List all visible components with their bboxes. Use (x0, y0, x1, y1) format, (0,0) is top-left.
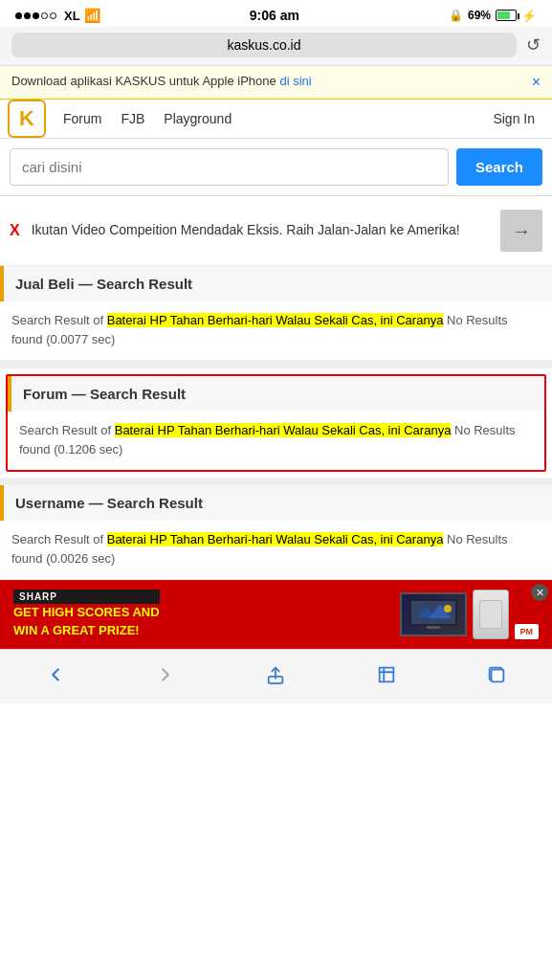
username-highlight: Baterai HP Tahan Berhari-hari Walau Seka… (107, 532, 444, 546)
ad-text: SHARP GET HIGH SCORES AND WIN A GREAT PR… (13, 590, 160, 638)
jual-beli-prefix: Search Result of (11, 313, 107, 327)
nav-bar: K Forum FJB Playground Sign In (0, 100, 552, 139)
dot4 (41, 12, 48, 19)
search-bar-container: Search (0, 139, 552, 196)
username-section: Username — Search Result Search Result o… (0, 485, 552, 580)
ad-logo-badge: PM (515, 624, 540, 639)
nav-forum[interactable]: Forum (54, 100, 111, 138)
battery-indicator (496, 10, 517, 21)
url-bar[interactable]: kaskus.co.id (11, 33, 517, 57)
svg-rect-2 (427, 626, 440, 629)
dot5 (50, 12, 56, 19)
forum-body: Search Result of Baterai HP Tahan Berhar… (8, 412, 544, 470)
dot2 (24, 12, 31, 19)
bookmarks-button[interactable] (365, 659, 408, 690)
browser-chrome: kaskus.co.id ↺ (0, 27, 552, 66)
battery-percent: 69% (468, 9, 491, 22)
time-display: 9:06 am (250, 8, 299, 23)
status-bar: XL 📶 9:06 am 🔒 69% ⚡ (0, 0, 552, 27)
username-header: Username — Search Result (0, 485, 552, 521)
promo-link[interactable]: di sini (279, 74, 311, 88)
forward-button[interactable] (144, 659, 187, 690)
ad-headline: GET HIGH SCORES AND WIN A GREAT PRIZE! (13, 604, 160, 638)
search-button[interactable]: Search (456, 148, 542, 186)
bottom-toolbar (0, 649, 552, 703)
username-body: Search Result of Baterai HP Tahan Berhar… (0, 521, 552, 579)
ad-images: PM (400, 590, 540, 639)
forum-section: Forum — Search Result Search Result of B… (6, 374, 546, 472)
nav-fjb[interactable]: FJB (111, 100, 154, 138)
promo-close-icon[interactable]: X (10, 222, 20, 239)
promo-section-text: Ikutan Video Compeition Mendadak Eksis. … (32, 221, 489, 240)
nav-links: Forum FJB Playground Sign In (54, 100, 544, 138)
logo-letter: K (19, 106, 34, 131)
ad-tv-image (400, 592, 467, 636)
carrier-label: XL (64, 9, 80, 23)
tabs-button[interactable] (475, 659, 518, 690)
username-prefix: Search Result of (11, 532, 107, 546)
back-button[interactable] (34, 659, 77, 690)
svg-rect-8 (492, 670, 504, 682)
dot3 (33, 12, 39, 19)
wifi-icon: 📶 (84, 8, 100, 23)
promo-banner: Download aplikasi KASKUS untuk Apple iPh… (0, 66, 552, 100)
dot1 (15, 12, 22, 19)
jual-beli-body: Search Result of Baterai HP Tahan Berhar… (0, 301, 552, 360)
nav-signin[interactable]: Sign In (483, 100, 544, 138)
forum-prefix: Search Result of (19, 423, 115, 437)
share-button[interactable] (254, 659, 297, 690)
ad-close-button[interactable]: ✕ (531, 584, 548, 601)
forum-header: Forum — Search Result (8, 376, 544, 412)
status-right: 🔒 69% ⚡ (449, 9, 537, 23)
jual-beli-highlight: Baterai HP Tahan Berhari-hari Walau Seka… (107, 313, 444, 327)
ad-appliance-image (473, 590, 509, 639)
svg-point-5 (444, 605, 452, 612)
ad-appliances (473, 590, 509, 639)
promo-text: Download aplikasi KASKUS untuk Apple iPh… (11, 74, 312, 88)
svg-rect-1 (411, 601, 455, 624)
close-banner-button[interactable]: × (532, 74, 541, 91)
signal-dots (15, 12, 56, 19)
jual-beli-section: Jual Beli — Search Result Search Result … (0, 266, 552, 361)
ad-banner: SHARP GET HIGH SCORES AND WIN A GREAT PR… (0, 580, 552, 649)
search-input[interactable] (10, 148, 449, 186)
sharp-logo: SHARP (13, 590, 160, 604)
nav-playground[interactable]: Playground (154, 100, 241, 138)
promo-section: X Ikutan Video Compeition Mendadak Eksis… (0, 196, 552, 266)
kaskus-logo[interactable]: K (8, 100, 46, 138)
jual-beli-header: Jual Beli — Search Result (0, 266, 552, 301)
arrow-icon: → (512, 220, 531, 242)
promo-arrow-button[interactable]: → (500, 210, 542, 252)
lock-icon: 🔒 (449, 9, 463, 22)
charging-icon: ⚡ (521, 9, 537, 23)
forum-highlight: Baterai HP Tahan Berhari-hari Walau Seka… (115, 423, 452, 437)
reload-button[interactable]: ↺ (526, 34, 541, 56)
status-left: XL 📶 (15, 8, 100, 23)
